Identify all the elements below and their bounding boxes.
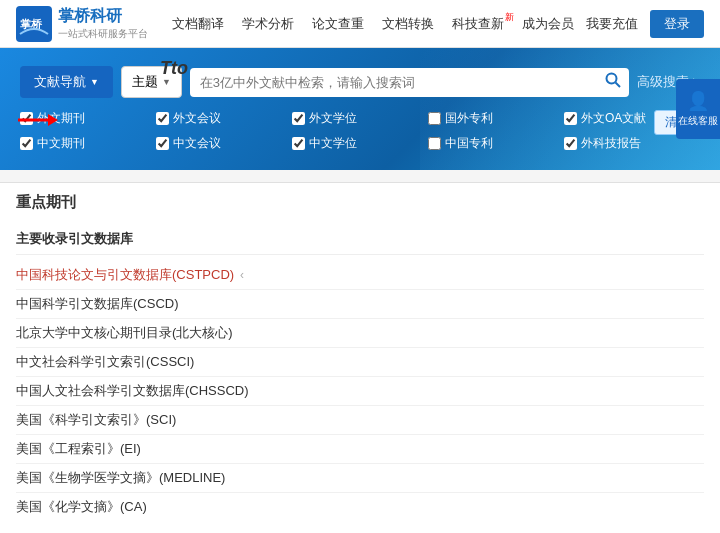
db-link-0[interactable]: 中国科技论文与引文数据库(CSTPCD) [16, 266, 234, 284]
logo-text: 掌桥科研 一站式科研服务平台 [58, 6, 148, 41]
search-row: 文献导航 主题 高级搜索 > [20, 66, 700, 98]
filter-zhongwenxuewei-label: 中文学位 [309, 135, 357, 152]
db-item-0[interactable]: 中国科技论文与引文数据库(CSTPCD) ‹ [16, 261, 704, 290]
search-input-wrap [190, 68, 629, 97]
db-label-4: 中国人文社会科学引文数据库(CHSSCD) [16, 382, 249, 400]
nav-xueshu[interactable]: 学术分析 [242, 15, 294, 33]
db-label-7: 美国《生物学医学文摘》(MEDLINE) [16, 469, 225, 487]
logo-sub-text: 一站式科研服务平台 [58, 27, 148, 41]
db-label-6: 美国《工程索引》(EI) [16, 440, 141, 458]
db-item-5[interactable]: 美国《科学引文索引》(SCI) [16, 406, 704, 435]
doc-nav-button[interactable]: 文献导航 [20, 66, 113, 98]
filter-waiwenhuiyi[interactable]: 外文会议 [156, 110, 292, 127]
db-section: 主要收录引文数据库 中国科技论文与引文数据库(CSTPCD) ‹ 中国科学引文数… [0, 218, 720, 529]
filter-waijibao-checkbox[interactable] [564, 137, 577, 150]
filter-guowaizhanlve[interactable]: 国外专利 [428, 110, 564, 127]
filter-zhongguozhanli-checkbox[interactable] [428, 137, 441, 150]
filter-guowaizhanlve-checkbox[interactable] [428, 112, 441, 125]
svg-point-4 [606, 74, 616, 84]
section-bar [0, 170, 720, 183]
online-customer-label: 在线客服 [678, 114, 718, 128]
nav-kejichaxin[interactable]: 科技查新 [452, 15, 504, 33]
db-item-4[interactable]: 中国人文社会科学引文数据库(CHSSCD) [16, 377, 704, 406]
section-title: 重点期刊 [0, 183, 720, 218]
svg-line-5 [615, 83, 620, 88]
db-label-1: 中国科学引文数据库(CSCD) [16, 295, 179, 313]
db-item-3[interactable]: 中文社会科学引文索引(CSSCI) [16, 348, 704, 377]
filter-zhongguozhanli-label: 中国专利 [445, 135, 493, 152]
db-item-8[interactable]: 美国《化学文摘》(CA) [16, 493, 704, 521]
filter-waiwenoa-checkbox[interactable] [564, 112, 577, 125]
search-icon [605, 72, 621, 88]
filter-waiwenxuewei-checkbox[interactable] [292, 112, 305, 125]
header: 掌桥 掌桥科研 一站式科研服务平台 文档翻译 学术分析 论文查重 文档转换 科技… [0, 0, 720, 48]
red-arrow [18, 110, 58, 143]
nav-links: 文档翻译 学术分析 论文查重 文档转换 科技查新 [172, 15, 522, 33]
header-right: 成为会员 我要充值 登录 [522, 10, 704, 38]
recharge-btn[interactable]: 我要充值 [586, 15, 638, 33]
db-label-5: 美国《科学引文索引》(SCI) [16, 411, 176, 429]
filter-waiwenhuiyi-label: 外文会议 [173, 110, 221, 127]
online-customer[interactable]: 👤 在线客服 [676, 79, 720, 139]
search-input[interactable] [190, 68, 629, 97]
db-item-2[interactable]: 北京大学中文核心期刊目录(北大核心) [16, 319, 704, 348]
db-item-6[interactable]: 美国《工程索引》(EI) [16, 435, 704, 464]
logo-area: 掌桥 掌桥科研 一站式科研服务平台 [16, 6, 148, 42]
search-area: Tto 文献导航 主题 高级搜索 > 外文期刊 外文 [0, 48, 720, 170]
filter-zhongwenhuiyi-checkbox[interactable] [156, 137, 169, 150]
become-member-btn[interactable]: 成为会员 [522, 15, 574, 33]
filter-waijibao-label: 外科技报告 [581, 135, 641, 152]
logo-icon: 掌桥 [16, 6, 52, 42]
filter-zhongwenhuiyi[interactable]: 中文会议 [156, 135, 292, 152]
nav-wendangzh[interactable]: 文档转换 [382, 15, 434, 33]
svg-marker-3 [48, 114, 58, 126]
main-content: 重点期刊 主要收录引文数据库 中国科技论文与引文数据库(CSTPCD) ‹ 中国… [0, 183, 720, 533]
customer-icon: 👤 [687, 90, 709, 112]
tto-annotation: Tto [160, 58, 188, 79]
filter-zhongwenxuewei-checkbox[interactable] [292, 137, 305, 150]
filter-zhongguozhanli[interactable]: 中国专利 [428, 135, 564, 152]
db-item-7[interactable]: 美国《生物学医学文摘》(MEDLINE) [16, 464, 704, 493]
nav-lunwen[interactable]: 论文查重 [312, 15, 364, 33]
filter-waiwenxuewei[interactable]: 外文学位 [292, 110, 428, 127]
filter-zhongwenxuewei[interactable]: 中文学位 [292, 135, 428, 152]
filter-waiwenoa-label: 外文OA文献 [581, 110, 646, 127]
filter-guowaizhanlve-label: 国外专利 [445, 110, 493, 127]
filter-waiwenxuewei-label: 外文学位 [309, 110, 357, 127]
nav-wendang[interactable]: 文档翻译 [172, 15, 224, 33]
filter-row: 外文期刊 外文会议 外文学位 国外专利 外文OA文献 中文期刊 中文会议 [20, 110, 700, 156]
db-category-title: 主要收录引文数据库 [16, 226, 704, 255]
login-button[interactable]: 登录 [650, 10, 704, 38]
db-label-2: 北京大学中文核心期刊目录(北大核心) [16, 324, 233, 342]
filter-waiwenhuiyi-checkbox[interactable] [156, 112, 169, 125]
db-item-1[interactable]: 中国科学引文数据库(CSCD) [16, 290, 704, 319]
logo-main-text: 掌桥科研 [58, 6, 148, 27]
chevron-right-icon-0: ‹ [240, 268, 244, 282]
db-label-3: 中文社会科学引文索引(CSSCI) [16, 353, 194, 371]
filter-zhongwenhuiyi-label: 中文会议 [173, 135, 221, 152]
search-icon-button[interactable] [605, 72, 621, 92]
db-label-8: 美国《化学文摘》(CA) [16, 498, 147, 516]
